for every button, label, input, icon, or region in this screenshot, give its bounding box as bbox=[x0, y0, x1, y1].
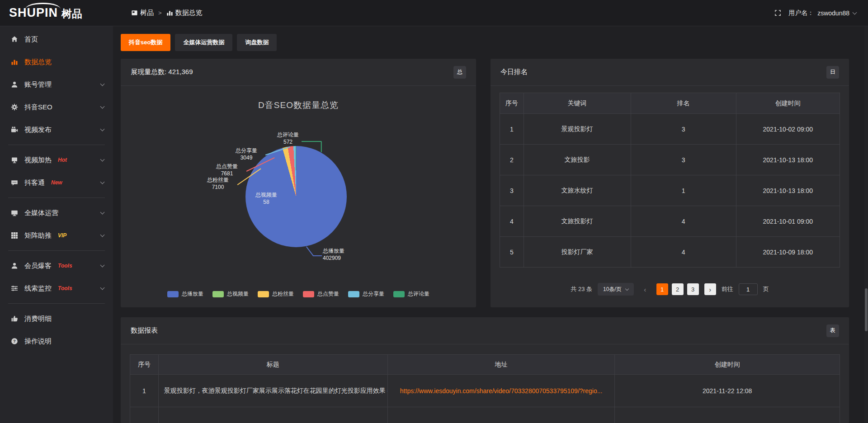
table-cell: 文旅投影灯 bbox=[524, 206, 631, 237]
tab-0[interactable]: 抖音seo数据 bbox=[121, 34, 170, 51]
sidebar-item-label: 数据总览 bbox=[24, 58, 52, 66]
legend-item-总评论量[interactable]: 总评论量 bbox=[393, 290, 429, 298]
table-cell: 3 bbox=[631, 145, 736, 175]
sidebar-item-grid[interactable]: 矩阵助推VIP bbox=[0, 224, 113, 247]
video-link[interactable]: https://www.iesdouyin.com/share/video/70… bbox=[400, 387, 603, 395]
chevron-down-icon bbox=[100, 157, 105, 161]
data-tabs: 抖音seo数据全媒体运营数据询盘数据 bbox=[121, 34, 277, 51]
sidebar-item-label: 全媒体运营 bbox=[24, 209, 58, 217]
sidebar-item-label: 线索监控 bbox=[24, 284, 52, 293]
report-table: 序号标题地址创建时间 1景观投影灯，夜游景观投影灯厂家展示展示落花灯在花园里的灯… bbox=[130, 354, 840, 423]
legend-item-总点赞量[interactable]: 总点赞量 bbox=[303, 290, 339, 298]
chevron-down-icon bbox=[625, 287, 628, 291]
sidebar-item-tag: Tools bbox=[58, 285, 72, 291]
fullscreen-icon[interactable] bbox=[774, 9, 781, 16]
table-cell: 3 bbox=[500, 175, 524, 206]
sidebar-item-user[interactable]: 账号管理 bbox=[0, 73, 113, 96]
sidebar-item-thumb[interactable]: 消费明细 bbox=[0, 307, 113, 330]
column-header: 序号 bbox=[500, 93, 524, 114]
table-cell: 1 bbox=[631, 175, 736, 206]
day-badge-button[interactable]: 日 bbox=[826, 66, 839, 79]
table-cell: 2021-10-13 18:00 bbox=[736, 175, 840, 206]
sidebar-divider bbox=[8, 145, 105, 145]
table-badge-button[interactable]: 表 bbox=[826, 324, 839, 337]
column-header: 创建时间 bbox=[615, 355, 840, 375]
docgrid-icon bbox=[131, 9, 138, 16]
report-table-header: 序号标题地址创建时间 bbox=[130, 355, 840, 375]
sidebar-item-label: 抖音SEO bbox=[24, 103, 52, 112]
total-badge-button[interactable]: 总 bbox=[453, 66, 466, 79]
table-cell: 文旅水纹灯 bbox=[524, 175, 631, 206]
scrollbar[interactable] bbox=[864, 26, 868, 423]
sidebar-item-tag: VIP bbox=[58, 232, 66, 239]
column-header: 标题 bbox=[158, 355, 387, 375]
page-size-select[interactable]: 10条/页 bbox=[598, 283, 634, 296]
scrollbar-thumb[interactable] bbox=[865, 288, 868, 331]
page-button-2[interactable]: 2 bbox=[672, 283, 684, 295]
goto-page-input[interactable] bbox=[739, 283, 758, 295]
page-numbers: 123 bbox=[656, 283, 699, 295]
sidebar-item-user[interactable]: 会员爆客Tools bbox=[0, 254, 113, 277]
tab-2[interactable]: 询盘数据 bbox=[237, 34, 277, 51]
chevron-down-icon bbox=[100, 104, 105, 108]
pie-label-line bbox=[306, 246, 313, 256]
header-right: 用户名： zswodun88 bbox=[774, 9, 856, 17]
table-cell: 1 bbox=[500, 114, 524, 145]
chart-panel-header: 展现量总数: 421,369 总 bbox=[121, 59, 476, 86]
legend-label: 总分享量 bbox=[363, 290, 384, 298]
breadcrumb-item-home[interactable]: 树品 bbox=[131, 9, 154, 17]
logo-text-cn: 树品 bbox=[61, 8, 82, 19]
sidebar-item-label: 消费明细 bbox=[24, 315, 52, 323]
page-button-1[interactable]: 1 bbox=[656, 283, 668, 295]
sidebar-item-label: 视频发布 bbox=[24, 126, 52, 134]
sidebar-item-home[interactable]: 首页 bbox=[0, 28, 113, 51]
heat-icon bbox=[11, 156, 18, 164]
chevron-down-icon bbox=[100, 179, 105, 184]
table-cell: 4 bbox=[631, 237, 736, 268]
sidebar-item-chart[interactable]: 数据总览 bbox=[0, 51, 113, 73]
sidebar-item-chat[interactable]: 抖客通New bbox=[0, 171, 113, 194]
legend-item-总视频量[interactable]: 总视频量 bbox=[212, 290, 249, 298]
legend-item-总粉丝量[interactable]: 总粉丝量 bbox=[258, 290, 294, 298]
sidebar-item-label: 账号管理 bbox=[24, 80, 52, 89]
logo-arc bbox=[25, 3, 61, 9]
report-title-cell: 景观投影灯，夜游景观投影灯厂家展示展示落花灯在花园里的灯光投影应用效果 # bbox=[158, 375, 387, 407]
table-cell: 2021-10-01 09:00 bbox=[736, 206, 840, 237]
sidebar-item-sliders[interactable]: 线索监控Tools bbox=[0, 277, 113, 300]
impressions-chart-panel: 展现量总数: 421,369 总 D音SEO数据量总览 总播放量总视频量总粉丝量… bbox=[121, 59, 476, 307]
next-page-button[interactable]: › bbox=[704, 283, 716, 295]
sidebar-item-gear[interactable]: 抖音SEO bbox=[0, 96, 113, 118]
table-row: 1景观投影灯32021-10-02 09:00 bbox=[500, 114, 840, 145]
sidebar-item-tag: Hot bbox=[58, 157, 67, 163]
report-url-cell: https://www.iesdouyin.com/share/video/70… bbox=[387, 375, 614, 407]
sidebar-item-heat[interactable]: 视频加热Hot bbox=[0, 149, 113, 171]
table-cell bbox=[130, 407, 159, 423]
goto-suffix: 页 bbox=[763, 285, 769, 293]
legend-item-总播放量[interactable]: 总播放量 bbox=[167, 290, 203, 298]
column-header: 排名 bbox=[631, 93, 736, 114]
column-header: 序号 bbox=[130, 355, 159, 375]
legend-item-总分享量[interactable]: 总分享量 bbox=[348, 290, 384, 298]
column-header: 关键词 bbox=[524, 93, 631, 114]
sidebar-item-video[interactable]: 视频发布 bbox=[0, 118, 113, 141]
legend-swatch bbox=[167, 291, 179, 297]
ranking-table-header: 序号关键词排名创建时间 bbox=[500, 93, 840, 114]
sidebar-item-monitor[interactable]: 全媒体运营 bbox=[0, 202, 113, 224]
question-icon: ? bbox=[11, 338, 18, 345]
main-content: 抖音seo数据全媒体运营数据询盘数据 展现量总数: 421,369 总 D音SE… bbox=[113, 26, 868, 423]
page-button-3[interactable]: 3 bbox=[687, 283, 699, 295]
user-menu[interactable]: 用户名： zswodun88 bbox=[788, 9, 856, 17]
table-cell: 2021-10-13 18:00 bbox=[736, 145, 840, 175]
username: zswodun88 bbox=[817, 9, 849, 17]
sidebar-item-question[interactable]: ?操作说明 bbox=[0, 330, 113, 352]
report-table-wrap: 序号标题地址创建时间 1景观投影灯，夜游景观投影灯厂家展示展示落花灯在花园里的灯… bbox=[130, 354, 840, 423]
gear-icon bbox=[11, 103, 18, 111]
table-cell: 4 bbox=[500, 206, 524, 237]
tab-1[interactable]: 全媒体运营数据 bbox=[175, 34, 232, 51]
prev-page-button[interactable]: ‹ bbox=[639, 283, 651, 295]
breadcrumb-item-overview[interactable]: 数据总览 bbox=[166, 9, 203, 17]
sidebar-item-label: 会员爆客 bbox=[24, 262, 52, 270]
legend-swatch bbox=[212, 291, 224, 297]
sidebar-item-tag: Tools bbox=[58, 263, 72, 269]
goto-label: 前往 bbox=[722, 285, 733, 293]
